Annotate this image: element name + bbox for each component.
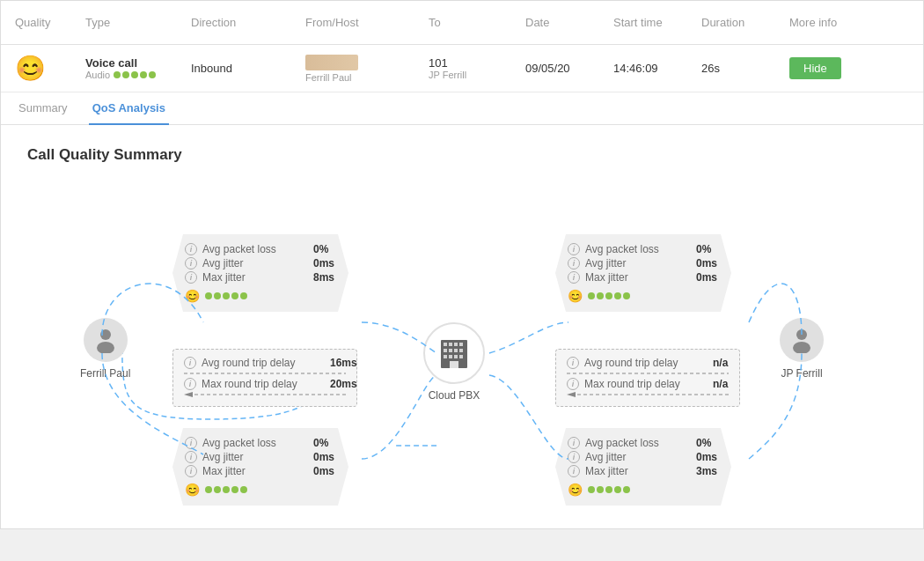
bl-smiley-icon: 😊 <box>185 483 200 497</box>
tr-stat-apl-value: 0% <box>696 243 711 255</box>
svg-rect-16 <box>454 349 458 352</box>
svg-rect-22 <box>450 361 458 368</box>
bl-info-icon: i <box>185 437 197 449</box>
table-row: 😊 Voice call Audio Inbound Ferrill Paul … <box>1 45 923 92</box>
top-left-stats: i Avg packet loss 0% i Avg jitter 0ms i … <box>172 234 348 312</box>
rtt-right-info-icon-2: i <box>567 378 579 390</box>
from-name: Ferrill Paul <box>305 72 429 83</box>
tr-info-icon-3: i <box>568 271 580 284</box>
svg-rect-18 <box>444 355 447 358</box>
content-area: Call Quality Summary <box>1 125 923 528</box>
rtt-right-max-value: n/a <box>713 378 728 390</box>
svg-marker-26 <box>567 392 576 397</box>
stat-aj-value: 0ms <box>313 257 334 269</box>
bl-sd-1 <box>205 486 212 493</box>
tr-stat-mj-value: 0ms <box>696 271 717 284</box>
col-quality-header: Quality <box>15 16 85 29</box>
svg-rect-11 <box>449 343 452 346</box>
hide-button[interactable]: Hide <box>789 57 841 79</box>
to-name: JP Ferrill <box>429 70 525 80</box>
quality-cell: 😊 <box>15 54 85 83</box>
table-header: Quality Type Direction From/Host To Date… <box>1 1 923 45</box>
svg-rect-12 <box>454 343 458 346</box>
stat-mj-label: Max jitter <box>202 271 308 284</box>
tr-stat-mj-label: Max jitter <box>585 271 691 284</box>
bl-sd-4 <box>231 486 238 493</box>
col-fromhost-header: From/Host <box>305 16 429 29</box>
left-person-icon <box>84 318 128 362</box>
svg-point-28 <box>793 342 810 353</box>
svg-rect-21 <box>459 355 463 358</box>
br-info-icon-2: i <box>568 451 580 463</box>
br-stat-apl-label: Avg packet loss <box>585 437 691 449</box>
info-icon-2: i <box>185 257 197 269</box>
bl-info-icon-3: i <box>185 465 197 477</box>
from-image <box>305 55 358 70</box>
tab-qos[interactable]: QoS Analysis <box>89 92 169 125</box>
bl-stat-apl-value: 0% <box>313 437 328 449</box>
bl-stat-row-mj: i Max jitter 0ms <box>185 465 336 477</box>
left-rtt-box: i Avg round trip delay 16ms i Max round … <box>172 349 357 407</box>
tr-smiley-icon: 😊 <box>568 289 583 303</box>
dot-1 <box>114 71 121 78</box>
br-sd-5 <box>623 486 630 493</box>
sd-2 <box>214 292 221 299</box>
tr-info-icon-2: i <box>568 257 580 269</box>
stat-row-aj: i Avg jitter 0ms <box>185 257 336 269</box>
moreinfo-cell: Hide <box>789 57 909 79</box>
rtt-info-icon-2: i <box>184 378 196 390</box>
info-icon: i <box>185 243 197 255</box>
svg-point-4 <box>97 342 114 353</box>
br-stat-row-aj: i Avg jitter 0ms <box>568 451 719 463</box>
bottom-right-stats: i Avg packet loss 0% i Avg jitter 0ms i … <box>555 428 731 506</box>
tr-sd-5 <box>623 292 630 299</box>
right-person-node: JP Ferrill <box>780 318 824 380</box>
sd-1 <box>205 292 212 299</box>
bl-sd-3 <box>223 486 230 493</box>
svg-rect-19 <box>449 355 452 358</box>
stat-mj-value: 8ms <box>313 271 334 284</box>
direction-cell: Inbound <box>191 62 305 75</box>
rtt-right-avg-value: n/a <box>713 357 728 369</box>
col-duration-header: Duration <box>701 16 789 29</box>
stat-apl-value: 0% <box>313 243 328 255</box>
col-to-header: To <box>429 16 525 29</box>
svg-rect-10 <box>444 343 447 346</box>
bl-stat-apl-label: Avg packet loss <box>202 437 308 449</box>
col-direction-header: Direction <box>191 16 305 29</box>
svg-rect-15 <box>449 349 452 352</box>
fromhost-cell: Ferrill Paul <box>305 55 429 83</box>
arrow-left-svg <box>184 391 346 398</box>
br-sd-3 <box>605 486 612 493</box>
bl-stat-row-aj: i Avg jitter 0ms <box>185 451 336 463</box>
tr-info-icon: i <box>568 243 580 255</box>
stat-dots: 😊 <box>185 289 336 303</box>
building-svg <box>436 336 472 371</box>
br-sd-4 <box>614 486 621 493</box>
rtt-row-max: i Max round trip delay 20ms <box>184 378 346 390</box>
right-person-icon <box>780 318 824 362</box>
main-container: Quality Type Direction From/Host To Date… <box>0 0 924 529</box>
tr-stat-dots: 😊 <box>568 289 719 303</box>
pbx-node: Cloud PBX <box>423 322 485 402</box>
dot-3 <box>131 71 138 78</box>
tr-stat-apl-label: Avg packet loss <box>585 243 691 255</box>
to-ext: 101 <box>429 56 525 70</box>
tr-stat-row-aj: i Avg jitter 0ms <box>568 257 719 269</box>
bl-stat-aj-value: 0ms <box>313 451 334 463</box>
br-stat-aj-value: 0ms <box>696 451 717 463</box>
svg-rect-13 <box>459 343 463 346</box>
br-stat-mj-value: 3ms <box>696 465 717 477</box>
svg-rect-20 <box>454 355 458 358</box>
tabs-row: Summary QoS Analysis <box>1 92 923 125</box>
tr-stat-aj-value: 0ms <box>696 257 717 269</box>
br-info-icon-3: i <box>568 465 580 477</box>
starttime-cell: 14:46:09 <box>613 62 701 75</box>
left-person-label: Ferrill Paul <box>80 367 130 380</box>
right-person-label: JP Ferrill <box>781 367 822 380</box>
top-right-stats: i Avg packet loss 0% i Avg jitter 0ms i … <box>555 234 731 312</box>
r-arrow-left-svg <box>567 391 729 398</box>
tr-stat-row-mj: i Max jitter 0ms <box>568 271 719 284</box>
tab-summary[interactable]: Summary <box>15 92 71 125</box>
sd-4 <box>231 292 238 299</box>
